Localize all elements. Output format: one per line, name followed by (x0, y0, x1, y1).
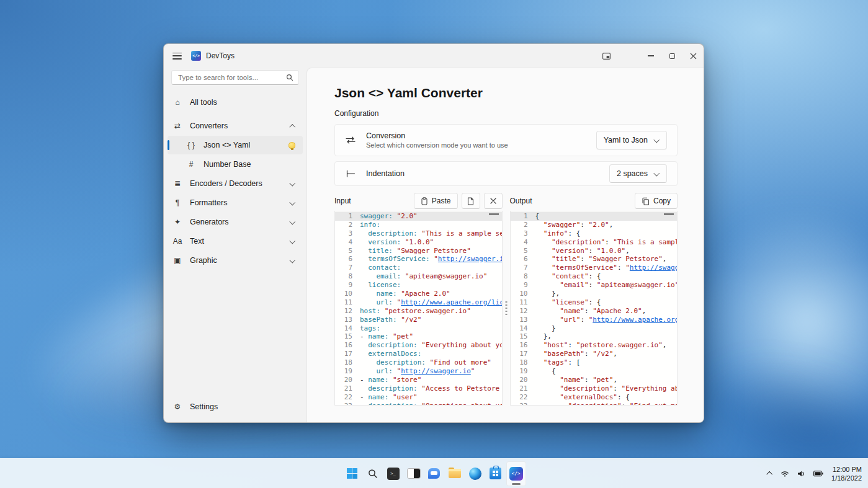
chat-button[interactable] (424, 461, 444, 486)
code-line[interactable]: 16 "host": "petstore.swagger.io", (511, 341, 678, 350)
code-line[interactable]: 17 "basePath": "/v2", (511, 350, 678, 358)
code-line[interactable]: 13 "url": "http://www.apache.org/license… (511, 316, 678, 324)
network-icon[interactable] (781, 470, 789, 477)
clear-input-button[interactable] (484, 193, 503, 209)
sidebar-item-text[interactable]: AaText (168, 232, 303, 251)
code-line[interactable]: 12 "name": "Apache 2.0", (511, 307, 678, 316)
compact-overlay-button[interactable] (596, 44, 617, 68)
code-line[interactable]: 20- name: "store" (335, 376, 502, 384)
code-line[interactable]: 11 url: "http://www.apache.org/licenses/… (335, 298, 502, 307)
code-line[interactable]: 9 "email": "apiteam@swagger.io" (511, 281, 678, 290)
code-line[interactable]: 10 }, (511, 290, 678, 298)
code-line[interactable]: 5 "version": "1.0.0", (511, 247, 678, 255)
sidebar-item-all-tools[interactable]: ⌂All tools (168, 93, 303, 112)
code-line[interactable]: 15- name: "pet" (335, 332, 502, 341)
code-line[interactable]: 14 } (511, 324, 678, 333)
devtoys-taskbar-button[interactable]: </> (506, 461, 526, 486)
line-number: 14 (511, 324, 528, 333)
start-button[interactable] (342, 461, 362, 486)
compact-overlay-icon (602, 53, 611, 60)
code-line[interactable]: 10 name: "Apache 2.0" (335, 290, 502, 298)
code-line[interactable]: 23 description: "Operations about user" (335, 402, 502, 406)
sidebar-item-converters[interactable]: ⇄Converters (168, 117, 303, 135)
code-line[interactable]: 3 "info": { (511, 229, 678, 238)
paste-button[interactable]: Paste (414, 193, 458, 209)
code-line[interactable]: 22- name: "user" (335, 393, 502, 402)
line-number: 23 (511, 402, 528, 406)
clock[interactable]: 12:00 PM 1/18/2022 (831, 465, 862, 482)
code-line[interactable]: 6 "title": "Swagger Petstore", (511, 255, 678, 264)
search-input[interactable] (177, 73, 286, 82)
open-file-button[interactable] (462, 193, 480, 209)
code-line[interactable]: 14tags: (335, 324, 502, 333)
taskbar-search-button[interactable] (363, 461, 383, 486)
volume-icon[interactable] (797, 470, 805, 477)
clear-x-icon (490, 198, 496, 204)
input-editor[interactable]: 1swagger: "2.0"2info:3 description: "Thi… (334, 211, 503, 406)
code-line[interactable]: 21 "description": "Everything about your… (511, 384, 678, 393)
code-line[interactable]: 7 contact: (335, 264, 502, 272)
code-line[interactable]: 19 url: "http://swagger.io" (335, 367, 502, 376)
sidebar-item-number-base[interactable]: #Number Base (168, 155, 303, 174)
code-line[interactable]: 5 title: "Swagger Petstore" (335, 247, 502, 255)
tool-search-box[interactable] (171, 70, 299, 85)
code-line[interactable]: 17 externalDocs: (335, 350, 502, 358)
hamburger-menu-button[interactable] (164, 44, 190, 68)
code-text: externalDocs: (352, 350, 502, 358)
output-editor[interactable]: 1{2 "swagger": "2.0",3 "info": {4 "descr… (510, 211, 678, 406)
code-line[interactable]: 16 description: "Everything about your P… (335, 341, 502, 350)
file-explorer-button[interactable] (445, 461, 465, 486)
code-line[interactable]: 3 description: "This is a sample server … (335, 229, 502, 238)
code-line[interactable]: 1swagger: "2.0" (335, 212, 502, 221)
line-number: 21 (511, 384, 528, 393)
close-button[interactable] (682, 44, 704, 68)
code-line[interactable]: 2info: (335, 221, 502, 229)
editor-scrollbar-thumb[interactable] (664, 213, 674, 215)
maximize-button[interactable] (661, 44, 682, 68)
code-line[interactable]: 6 termsOfService: "http://swagger.io/ter… (335, 255, 502, 264)
code-line[interactable]: 13basePath: "/v2" (335, 316, 502, 324)
code-line[interactable]: 18 description: "Find out more" (335, 358, 502, 367)
code-line[interactable]: 4 version: "1.0.0" (335, 238, 502, 247)
indentation-dropdown[interactable]: 2 spaces (609, 164, 667, 183)
line-number: 20 (511, 376, 528, 384)
editor-splitter[interactable] (505, 301, 507, 315)
edge-button[interactable] (465, 461, 485, 486)
code-line[interactable]: 20 "name": "pet", (511, 376, 678, 384)
code-line[interactable]: 23 "description": "Find out more" (511, 402, 678, 406)
sidebar-item-generators[interactable]: ✦Generators (168, 213, 303, 231)
code-line[interactable]: 4 "description": "This is a sample serve… (511, 238, 678, 247)
code-line[interactable]: 19 { (511, 367, 678, 376)
window-titlebar[interactable]: </> DevToys (164, 44, 704, 68)
code-line[interactable]: 12host: "petstore.swagger.io" (335, 307, 502, 316)
minimize-button[interactable] (640, 44, 661, 68)
terminal-app-button[interactable]: >_ (383, 461, 403, 486)
code-line[interactable]: 21 description: "Access to Petstore orde… (335, 384, 502, 393)
conversion-mode-dropdown[interactable]: Yaml to Json (596, 131, 667, 149)
code-line[interactable]: 9 license: (335, 281, 502, 290)
sidebar-item-settings[interactable]: ⚙ Settings (168, 397, 303, 416)
code-line[interactable]: 11 "license": { (511, 298, 678, 307)
sidebar-item-encoders-decoders[interactable]: ≣Encoders / Decoders (168, 174, 303, 193)
store-button[interactable] (486, 461, 506, 486)
sidebar-item-formatters[interactable]: ¶Formatters (168, 193, 303, 212)
code-line[interactable]: 8 email: "apiteam@swagger.io" (335, 272, 502, 281)
hidden-icons-chevron[interactable] (767, 471, 772, 476)
code-line[interactable]: 15 }, (511, 332, 678, 341)
code-line[interactable]: 18 "tags": [ (511, 358, 678, 367)
code-line[interactable]: 1{ (511, 212, 678, 221)
sidebar-item-json-yaml[interactable]: { }Json <> Yaml (168, 136, 303, 154)
code-line[interactable]: 2 "swagger": "2.0", (511, 221, 678, 229)
sidebar-item-graphic[interactable]: ▣Graphic (168, 251, 303, 270)
battery-icon[interactable] (813, 471, 823, 477)
code-line[interactable]: 8 "contact": { (511, 272, 678, 281)
task-view-button[interactable] (404, 461, 424, 486)
copy-button[interactable]: Copy (635, 193, 678, 209)
converters-icon: ⇄ (172, 122, 182, 130)
code-text: - name: "user" (352, 393, 502, 402)
close-icon (690, 53, 697, 60)
code-line[interactable]: 22 "externalDocs": { (511, 393, 678, 402)
code-line[interactable]: 7 "termsOfService": "http://swagger.io/t… (511, 264, 678, 272)
editor-scrollbar-thumb[interactable] (489, 213, 499, 215)
code-text: } (528, 324, 678, 333)
